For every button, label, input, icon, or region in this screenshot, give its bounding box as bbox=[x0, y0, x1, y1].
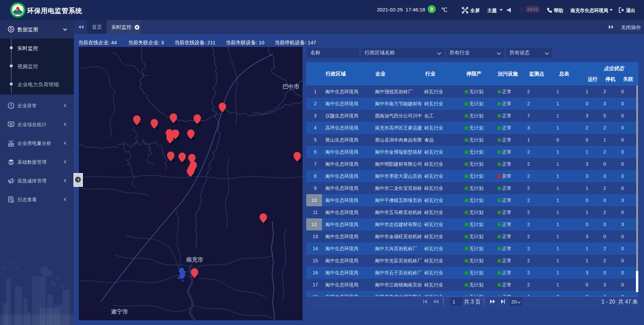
svg-text:巴中市: 巴中市 bbox=[282, 84, 300, 90]
svg-text:遂宁市: 遂宁市 bbox=[111, 308, 128, 315]
svg-text:南充市: 南充市 bbox=[186, 256, 203, 263]
